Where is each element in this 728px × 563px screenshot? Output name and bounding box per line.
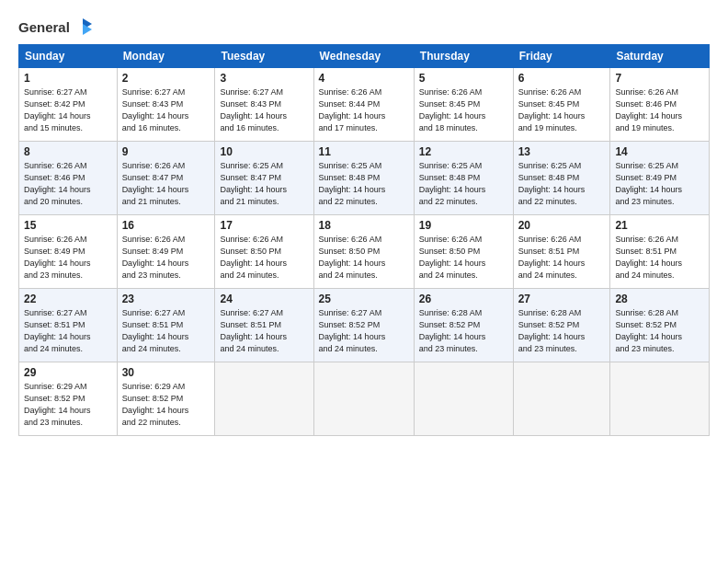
day-cell: 3 Sunrise: 6:27 AMSunset: 8:43 PMDayligh…	[215, 68, 313, 142]
day-info: Sunrise: 6:25 AMSunset: 8:48 PMDaylight:…	[319, 161, 386, 206]
day-number: 6	[518, 72, 606, 85]
page: General Sunday Monday Tuesday Wednesday …	[0, 0, 728, 563]
day-number: 11	[319, 145, 409, 158]
day-cell: 18 Sunrise: 6:26 AMSunset: 8:50 PMDaylig…	[313, 215, 414, 289]
header-row: Sunday Monday Tuesday Wednesday Thursday…	[19, 45, 710, 68]
day-number: 14	[615, 145, 704, 158]
day-info: Sunrise: 6:27 AMSunset: 8:51 PMDaylight:…	[220, 308, 287, 353]
day-number: 3	[220, 72, 308, 85]
day-info: Sunrise: 6:28 AMSunset: 8:52 PMDaylight:…	[615, 308, 682, 353]
day-cell: 1 Sunrise: 6:27 AMSunset: 8:42 PMDayligh…	[19, 68, 118, 142]
day-cell	[610, 362, 710, 436]
day-info: Sunrise: 6:26 AMSunset: 8:44 PMDaylight:…	[319, 87, 386, 132]
day-number: 25	[319, 293, 409, 305]
day-number: 23	[122, 293, 210, 305]
day-number: 22	[24, 293, 112, 305]
day-number: 27	[518, 293, 606, 305]
day-info: Sunrise: 6:27 AMSunset: 8:43 PMDaylight:…	[122, 87, 189, 132]
day-cell	[513, 362, 610, 436]
day-number: 12	[419, 145, 508, 158]
day-cell: 9 Sunrise: 6:26 AMSunset: 8:47 PMDayligh…	[117, 142, 215, 215]
day-number: 1	[24, 72, 112, 85]
day-info: Sunrise: 6:26 AMSunset: 8:45 PMDaylight:…	[518, 87, 586, 132]
day-cell: 29 Sunrise: 6:29 AMSunset: 8:52 PMDaylig…	[19, 362, 118, 436]
day-number: 18	[319, 219, 409, 232]
day-number: 17	[220, 219, 308, 232]
day-cell: 17 Sunrise: 6:26 AMSunset: 8:50 PMDaylig…	[215, 215, 313, 289]
day-info: Sunrise: 6:25 AMSunset: 8:49 PMDaylight:…	[615, 161, 682, 206]
day-cell: 8 Sunrise: 6:26 AMSunset: 8:46 PMDayligh…	[19, 142, 118, 215]
day-number: 13	[518, 145, 606, 158]
day-info: Sunrise: 6:27 AMSunset: 8:43 PMDaylight:…	[220, 87, 287, 132]
day-number: 5	[419, 72, 508, 85]
day-number: 29	[24, 366, 112, 379]
day-number: 30	[122, 366, 210, 379]
day-info: Sunrise: 6:28 AMSunset: 8:52 PMDaylight:…	[518, 308, 586, 353]
day-number: 10	[220, 145, 308, 158]
day-info: Sunrise: 6:26 AMSunset: 8:51 PMDaylight:…	[518, 235, 586, 280]
day-info: Sunrise: 6:26 AMSunset: 8:50 PMDaylight:…	[419, 235, 486, 280]
day-cell	[313, 362, 414, 436]
day-cell: 13 Sunrise: 6:25 AMSunset: 8:48 PMDaylig…	[513, 142, 610, 215]
day-info: Sunrise: 6:29 AMSunset: 8:52 PMDaylight:…	[24, 382, 91, 427]
week-row-4: 22 Sunrise: 6:27 AMSunset: 8:51 PMDaylig…	[19, 289, 710, 362]
col-saturday: Saturday	[610, 45, 710, 68]
day-number: 28	[615, 293, 704, 305]
col-tuesday: Tuesday	[215, 45, 313, 68]
day-cell: 25 Sunrise: 6:27 AMSunset: 8:52 PMDaylig…	[313, 289, 414, 362]
calendar-table: Sunday Monday Tuesday Wednesday Thursday…	[18, 44, 710, 436]
day-info: Sunrise: 6:26 AMSunset: 8:46 PMDaylight:…	[615, 87, 682, 132]
day-info: Sunrise: 6:26 AMSunset: 8:49 PMDaylight:…	[122, 235, 189, 280]
day-cell: 27 Sunrise: 6:28 AMSunset: 8:52 PMDaylig…	[513, 289, 610, 362]
day-cell: 2 Sunrise: 6:27 AMSunset: 8:43 PMDayligh…	[117, 68, 215, 142]
day-cell	[414, 362, 513, 436]
day-cell: 11 Sunrise: 6:25 AMSunset: 8:48 PMDaylig…	[313, 142, 414, 215]
col-monday: Monday	[117, 45, 215, 68]
week-row-1: 1 Sunrise: 6:27 AMSunset: 8:42 PMDayligh…	[19, 68, 710, 142]
col-thursday: Thursday	[414, 45, 513, 68]
day-info: Sunrise: 6:26 AMSunset: 8:47 PMDaylight:…	[122, 161, 189, 206]
week-row-3: 15 Sunrise: 6:26 AMSunset: 8:49 PMDaylig…	[19, 215, 710, 289]
day-info: Sunrise: 6:26 AMSunset: 8:51 PMDaylight:…	[615, 235, 682, 280]
day-number: 8	[24, 145, 112, 158]
day-info: Sunrise: 6:26 AMSunset: 8:50 PMDaylight:…	[220, 235, 287, 280]
day-info: Sunrise: 6:26 AMSunset: 8:49 PMDaylight:…	[24, 235, 91, 280]
day-info: Sunrise: 6:25 AMSunset: 8:48 PMDaylight:…	[419, 161, 486, 206]
day-info: Sunrise: 6:27 AMSunset: 8:51 PMDaylight:…	[122, 308, 189, 353]
day-cell: 23 Sunrise: 6:27 AMSunset: 8:51 PMDaylig…	[117, 289, 215, 362]
day-cell: 24 Sunrise: 6:27 AMSunset: 8:51 PMDaylig…	[215, 289, 313, 362]
week-row-5: 29 Sunrise: 6:29 AMSunset: 8:52 PMDaylig…	[19, 362, 710, 436]
logo-general: General	[18, 19, 70, 35]
col-sunday: Sunday	[19, 45, 118, 68]
day-cell: 26 Sunrise: 6:28 AMSunset: 8:52 PMDaylig…	[414, 289, 513, 362]
day-number: 24	[220, 293, 308, 305]
day-cell: 10 Sunrise: 6:25 AMSunset: 8:47 PMDaylig…	[215, 142, 313, 215]
day-number: 15	[24, 219, 112, 232]
day-info: Sunrise: 6:29 AMSunset: 8:52 PMDaylight:…	[122, 382, 189, 427]
day-number: 4	[319, 72, 409, 85]
day-number: 20	[518, 219, 606, 232]
day-cell	[215, 362, 313, 436]
day-cell: 7 Sunrise: 6:26 AMSunset: 8:46 PMDayligh…	[610, 68, 710, 142]
day-cell: 21 Sunrise: 6:26 AMSunset: 8:51 PMDaylig…	[610, 215, 710, 289]
day-cell: 20 Sunrise: 6:26 AMSunset: 8:51 PMDaylig…	[513, 215, 610, 289]
day-cell: 5 Sunrise: 6:26 AMSunset: 8:45 PMDayligh…	[414, 68, 513, 142]
day-info: Sunrise: 6:25 AMSunset: 8:47 PMDaylight:…	[220, 161, 287, 206]
day-cell: 30 Sunrise: 6:29 AMSunset: 8:52 PMDaylig…	[117, 362, 215, 436]
day-cell: 22 Sunrise: 6:27 AMSunset: 8:51 PMDaylig…	[19, 289, 118, 362]
day-number: 21	[615, 219, 704, 232]
day-number: 2	[122, 72, 210, 85]
day-cell: 16 Sunrise: 6:26 AMSunset: 8:49 PMDaylig…	[117, 215, 215, 289]
day-number: 7	[615, 72, 704, 85]
day-number: 16	[122, 219, 210, 232]
header: General	[18, 17, 710, 35]
day-cell: 15 Sunrise: 6:26 AMSunset: 8:49 PMDaylig…	[19, 215, 118, 289]
day-cell: 4 Sunrise: 6:26 AMSunset: 8:44 PMDayligh…	[313, 68, 414, 142]
day-info: Sunrise: 6:27 AMSunset: 8:52 PMDaylight:…	[319, 308, 386, 353]
day-info: Sunrise: 6:27 AMSunset: 8:42 PMDaylight:…	[24, 87, 91, 132]
day-cell: 12 Sunrise: 6:25 AMSunset: 8:48 PMDaylig…	[414, 142, 513, 215]
logo: General	[18, 17, 92, 35]
logo-icon	[72, 17, 92, 37]
day-info: Sunrise: 6:26 AMSunset: 8:50 PMDaylight:…	[319, 235, 386, 280]
day-cell: 6 Sunrise: 6:26 AMSunset: 8:45 PMDayligh…	[513, 68, 610, 142]
